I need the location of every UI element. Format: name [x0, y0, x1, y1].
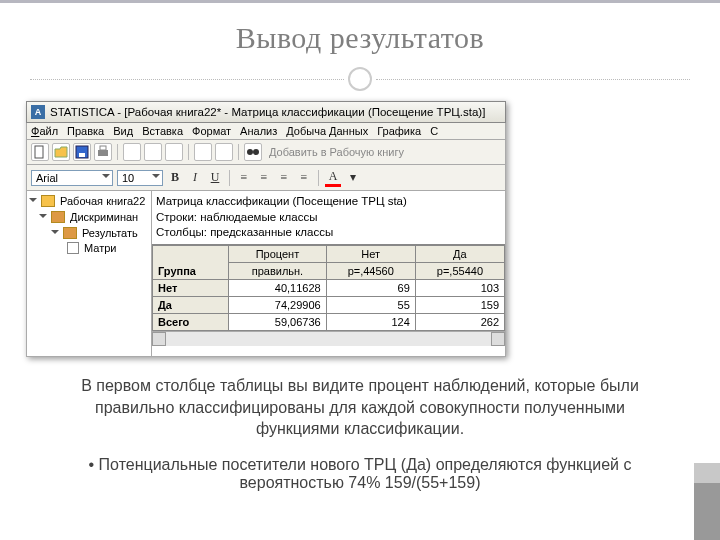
save-icon[interactable] — [73, 143, 91, 161]
paste-icon[interactable] — [165, 143, 183, 161]
folder-red-icon — [63, 227, 77, 239]
body-bullet-1: Потенциальные посетители нового ТРЦ (Да)… — [60, 456, 660, 492]
col-group: Группа — [153, 245, 229, 279]
standard-toolbar: Добавить в Рабочую книгу — [26, 140, 506, 165]
corner-decor-light — [694, 463, 720, 483]
sheet-icon — [67, 242, 79, 254]
menu-more[interactable]: С — [430, 125, 438, 137]
fill-color-button[interactable]: ▾ — [345, 170, 361, 186]
svg-rect-4 — [100, 146, 106, 150]
bold-button[interactable]: B — [167, 170, 183, 186]
statistica-screenshot: A STATISTICA - [Рабочая книга22* - Матри… — [26, 101, 506, 357]
workarea: Рабочая книга22 Дискриминан Результать М… — [26, 191, 506, 357]
binoculars-icon[interactable] — [244, 143, 262, 161]
redo-icon[interactable] — [215, 143, 233, 161]
tree-root[interactable]: Рабочая книга22 — [60, 195, 145, 207]
menu-insert[interactable]: Вставка — [142, 125, 183, 137]
col-percent-1: Процент — [229, 245, 326, 262]
scroll-right-arrow[interactable] — [491, 332, 505, 346]
svg-rect-3 — [98, 150, 108, 156]
underline-button[interactable]: U — [207, 170, 223, 186]
workbook-tree[interactable]: Рабочая книга22 Дискриминан Результать М… — [27, 191, 152, 356]
cut-icon[interactable] — [123, 143, 141, 161]
table-row: Всего 59,06736 124 262 — [153, 313, 505, 330]
align-left-button[interactable]: ≡ — [236, 170, 252, 186]
menu-datamining[interactable]: Добыча Данных — [286, 125, 368, 137]
align-right-button[interactable]: ≡ — [276, 170, 292, 186]
tree-node-2[interactable]: Результать — [82, 227, 138, 239]
folder-icon — [41, 195, 55, 207]
font-name-select[interactable]: Arial — [31, 170, 113, 186]
window-titlebar: A STATISTICA - [Рабочая книга22* - Матри… — [26, 101, 506, 123]
undo-icon[interactable] — [194, 143, 212, 161]
align-center-button[interactable]: ≡ — [256, 170, 272, 186]
copy-icon[interactable] — [144, 143, 162, 161]
table-row: Нет 40,11628 69 103 — [153, 279, 505, 296]
align-justify-button[interactable]: ≡ — [296, 170, 312, 186]
col-percent-2: правильн. — [229, 262, 326, 279]
window-title-text: STATISTICA - [Рабочая книга22* - Матрица… — [50, 106, 485, 118]
classification-table: Группа Процент Нет Да правильн. p=,44560… — [152, 245, 505, 331]
tree-node-1[interactable]: Дискриминан — [70, 211, 138, 223]
print-icon[interactable] — [94, 143, 112, 161]
scroll-left-arrow[interactable] — [152, 332, 166, 346]
font-size-select[interactable]: 10 — [117, 170, 163, 186]
italic-button[interactable]: I — [187, 170, 203, 186]
menubar[interactable]: Файл Правка Вид Вставка Формат Анализ До… — [26, 123, 506, 140]
svg-point-6 — [253, 149, 259, 155]
svg-rect-2 — [79, 153, 85, 157]
slide-title: Вывод результатов — [0, 21, 720, 55]
new-icon[interactable] — [31, 143, 49, 161]
folder-red-icon — [51, 211, 65, 223]
grid-header: Матрица классификации (Посещение ТРЦ sta… — [152, 191, 505, 245]
app-icon: A — [31, 105, 45, 119]
menu-analysis[interactable]: Анализ — [240, 125, 277, 137]
menu-graphics[interactable]: Графика — [377, 125, 421, 137]
font-color-button[interactable]: A — [325, 168, 341, 187]
svg-rect-0 — [35, 146, 43, 158]
data-grid: Матрица классификации (Посещение ТРЦ sta… — [152, 191, 505, 356]
divider — [30, 67, 690, 91]
horizontal-scrollbar[interactable] — [152, 331, 505, 346]
menu-view[interactable]: Вид — [113, 125, 133, 137]
menu-edit[interactable]: Правка — [67, 125, 104, 137]
col-yes-2: p=,55440 — [415, 262, 504, 279]
col-no-1: Нет — [326, 245, 415, 262]
col-yes-1: Да — [415, 245, 504, 262]
corner-decor-dark — [694, 483, 720, 540]
svg-point-5 — [247, 149, 253, 155]
add-to-workbook-label[interactable]: Добавить в Рабочую книгу — [269, 146, 404, 158]
tree-node-3[interactable]: Матри — [84, 242, 116, 254]
open-icon[interactable] — [52, 143, 70, 161]
menu-format[interactable]: Формат — [192, 125, 231, 137]
col-no-2: p=,44560 — [326, 262, 415, 279]
menu-file[interactable]: Файл — [31, 125, 58, 137]
format-toolbar: Arial 10 B I U ≡ ≡ ≡ ≡ A ▾ — [26, 165, 506, 191]
table-row: Да 74,29906 55 159 — [153, 296, 505, 313]
body-paragraph-1: В первом столбце таблицы вы видите проце… — [60, 375, 660, 440]
